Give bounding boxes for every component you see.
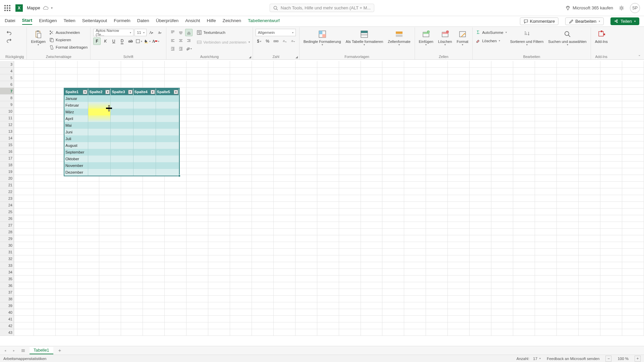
- cell[interactable]: [404, 88, 426, 95]
- cell[interactable]: [252, 101, 274, 108]
- cell[interactable]: [274, 255, 296, 262]
- increase-indent-button[interactable]: [177, 45, 184, 52]
- cell[interactable]: [426, 74, 448, 81]
- cell[interactable]: [600, 229, 622, 235]
- cell[interactable]: [426, 329, 448, 336]
- cell[interactable]: [513, 296, 535, 302]
- cell[interactable]: [77, 222, 99, 229]
- cell[interactable]: [470, 148, 491, 155]
- cell[interactable]: [274, 309, 296, 316]
- redo-button[interactable]: [5, 37, 13, 44]
- cell[interactable]: [34, 115, 56, 121]
- table-cell[interactable]: [88, 156, 111, 162]
- cell[interactable]: [404, 168, 426, 175]
- cell[interactable]: [491, 195, 513, 202]
- cell[interactable]: [600, 296, 622, 302]
- cell[interactable]: [274, 322, 296, 329]
- cell[interactable]: [252, 74, 274, 81]
- all-sheets-button[interactable]: [19, 347, 27, 354]
- merge-center-button[interactable]: Verbinden und zentrieren▾: [197, 39, 250, 46]
- table-cell[interactable]: [133, 156, 156, 162]
- cell[interactable]: [470, 269, 491, 276]
- cell[interactable]: [404, 255, 426, 262]
- cell[interactable]: [404, 195, 426, 202]
- cell[interactable]: [274, 182, 296, 188]
- cell[interactable]: [361, 162, 383, 168]
- cell[interactable]: [622, 309, 644, 316]
- cell[interactable]: [600, 269, 622, 276]
- cell[interactable]: [339, 242, 361, 249]
- table-cell[interactable]: Juni: [64, 129, 88, 135]
- cell[interactable]: [208, 135, 230, 141]
- cell[interactable]: [382, 289, 404, 296]
- cell[interactable]: [186, 215, 208, 222]
- cell[interactable]: [274, 195, 296, 202]
- cell[interactable]: [34, 135, 56, 141]
- cell[interactable]: [339, 215, 361, 222]
- cell[interactable]: [143, 255, 165, 262]
- cell[interactable]: [77, 255, 99, 262]
- cell[interactable]: [339, 101, 361, 108]
- cell[interactable]: [296, 135, 317, 141]
- cell[interactable]: [230, 235, 252, 242]
- increase-decimal-button[interactable]: .0: [281, 38, 288, 45]
- cell[interactable]: [622, 95, 644, 101]
- cell[interactable]: [622, 289, 644, 296]
- cell[interactable]: [34, 215, 56, 222]
- cell[interactable]: [296, 61, 317, 68]
- cell[interactable]: [274, 215, 296, 222]
- table-cell[interactable]: [133, 149, 156, 156]
- cell[interactable]: [252, 155, 274, 162]
- cell[interactable]: [448, 282, 470, 289]
- cell[interactable]: [77, 229, 99, 235]
- cell[interactable]: [600, 188, 622, 195]
- cell[interactable]: [14, 135, 34, 141]
- strikethrough-button[interactable]: ab: [127, 38, 134, 45]
- cell[interactable]: [77, 215, 99, 222]
- cell[interactable]: [121, 195, 143, 202]
- cell[interactable]: [34, 61, 56, 68]
- cell[interactable]: [426, 262, 448, 269]
- cell[interactable]: [317, 296, 339, 302]
- cell[interactable]: [600, 135, 622, 141]
- row-header[interactable]: 39: [0, 302, 14, 309]
- cell[interactable]: [426, 282, 448, 289]
- cell[interactable]: [382, 235, 404, 242]
- cell[interactable]: [317, 229, 339, 235]
- cell[interactable]: [622, 276, 644, 282]
- cell[interactable]: [56, 222, 77, 229]
- cell[interactable]: [14, 289, 34, 296]
- cell[interactable]: [622, 121, 644, 128]
- cell[interactable]: [274, 68, 296, 74]
- table-cell[interactable]: [133, 115, 156, 122]
- cell[interactable]: [535, 282, 557, 289]
- table-cell[interactable]: [133, 122, 156, 129]
- cell[interactable]: [535, 182, 557, 188]
- cell[interactable]: [339, 162, 361, 168]
- cell[interactable]: [557, 115, 579, 121]
- cell[interactable]: [77, 289, 99, 296]
- row-header[interactable]: 7: [0, 88, 14, 95]
- cell[interactable]: [99, 182, 121, 188]
- cell[interactable]: [339, 88, 361, 95]
- cell[interactable]: [34, 242, 56, 249]
- cell[interactable]: [470, 322, 491, 329]
- cell[interactable]: [339, 269, 361, 276]
- thousands-button[interactable]: 000: [272, 38, 280, 45]
- cell[interactable]: [165, 74, 186, 81]
- cell[interactable]: [230, 276, 252, 282]
- cell[interactable]: [208, 88, 230, 95]
- cell[interactable]: [426, 316, 448, 322]
- cell[interactable]: [513, 115, 535, 121]
- cell[interactable]: [252, 269, 274, 276]
- cell[interactable]: [382, 108, 404, 115]
- cell[interactable]: [99, 61, 121, 68]
- cell[interactable]: [426, 229, 448, 235]
- cell[interactable]: [448, 108, 470, 115]
- cell[interactable]: [513, 309, 535, 316]
- cell[interactable]: [600, 255, 622, 262]
- cell[interactable]: [143, 208, 165, 215]
- cell[interactable]: [535, 128, 557, 135]
- cell[interactable]: [557, 322, 579, 329]
- cell[interactable]: [448, 61, 470, 68]
